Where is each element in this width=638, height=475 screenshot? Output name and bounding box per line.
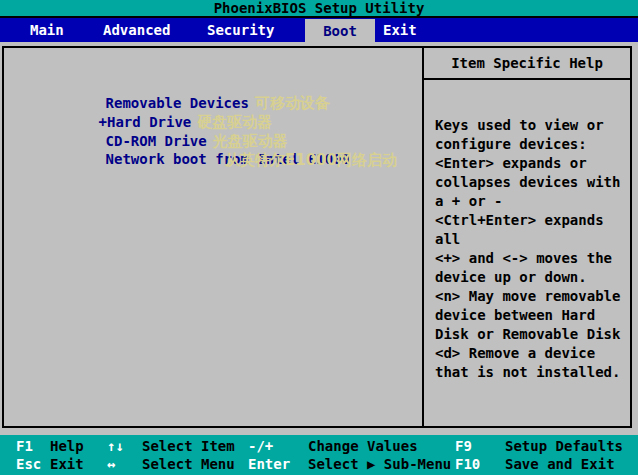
up-down-arrows-icon: ↑↓ bbox=[107, 438, 124, 454]
boot-device-list: Removable Devices可移动设备 +Hard Drive硬盘驱动器 … bbox=[4, 48, 422, 426]
action-exit: Exit bbox=[50, 456, 84, 472]
action-select-submenu: Select ▶ Sub-Menu bbox=[308, 456, 451, 472]
network-boot-translation: 从英特尔E1000网络启动 bbox=[225, 151, 397, 170]
key-f10: F10 bbox=[455, 456, 480, 472]
tab-advanced[interactable]: Advanced bbox=[103, 22, 170, 38]
key-minus-plus: -/+ bbox=[248, 438, 273, 454]
tab-main[interactable]: Main bbox=[30, 22, 64, 38]
main-panel: Removable Devices可移动设备 +Hard Drive硬盘驱动器 … bbox=[2, 46, 632, 428]
boot-item-hard-drive[interactable]: +Hard Drive硬盘驱动器 bbox=[48, 97, 272, 116]
help-panel-title: Item Specific Help bbox=[424, 48, 630, 80]
key-f1: F1 bbox=[16, 438, 33, 454]
key-esc: Esc bbox=[16, 456, 41, 472]
tab-security[interactable]: Security bbox=[207, 22, 274, 38]
action-select-item: Select Item bbox=[142, 438, 235, 454]
action-setup-defaults: Setup Defaults bbox=[505, 438, 623, 454]
key-enter: Enter bbox=[248, 456, 290, 472]
status-row-2: Esc Exit ↔ Select Menu Enter Select ▶ Su… bbox=[0, 456, 638, 475]
status-row-1: F1 Help ↑↓ Select Item -/+ Change Values… bbox=[0, 438, 638, 457]
action-save-and-exit: Save and Exit bbox=[505, 456, 615, 472]
title-bar: PhoenixBIOS Setup Utility bbox=[0, 0, 638, 18]
help-panel: Item Specific Help Keys used to view or … bbox=[422, 48, 630, 426]
app-title: PhoenixBIOS Setup Utility bbox=[214, 0, 425, 16]
tab-boot-selected[interactable]: Boot bbox=[305, 19, 375, 46]
status-bar: F1 Help ↑↓ Select Item -/+ Change Values… bbox=[0, 435, 638, 475]
boot-item-removable-devices[interactable]: Removable Devices可移动设备 bbox=[55, 78, 330, 97]
help-panel-text: Keys used to view or configure devices: … bbox=[424, 80, 630, 382]
left-right-arrows-icon: ↔ bbox=[107, 456, 115, 472]
menu-bar: Main Advanced Security Boot Exit bbox=[0, 18, 638, 42]
action-select-menu: Select Menu bbox=[142, 456, 235, 472]
key-f9: F9 bbox=[455, 438, 472, 454]
boot-item-cdrom-drive[interactable]: CD-ROM Drive光盘驱动器 bbox=[55, 116, 288, 135]
action-change-values: Change Values bbox=[308, 438, 418, 454]
action-help: Help bbox=[50, 438, 84, 454]
tab-exit[interactable]: Exit bbox=[383, 22, 417, 38]
